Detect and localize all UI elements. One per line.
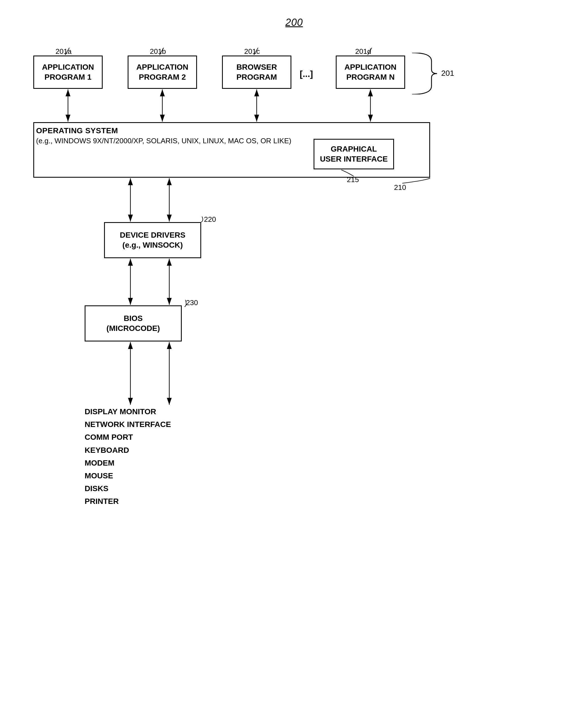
app-box-2-text: APPLICATIONPROGRAM 2: [136, 62, 189, 82]
bios-box: BIOS(MICROCODE): [85, 305, 182, 341]
peripheral-mouse: MOUSE: [85, 469, 171, 482]
bios-text: BIOS(MICROCODE): [106, 313, 160, 334]
peripheral-keyboard: KEYBOARD: [85, 444, 171, 457]
label-215: 215: [347, 176, 359, 184]
os-text-line2: (e.g., WINDOWS 9X/NT/2000/XP, SOLARIS, U…: [36, 137, 291, 145]
app-box-1: APPLICATIONPROGRAM 1: [33, 55, 103, 89]
group-201-label: 201: [441, 69, 454, 78]
app-box-4: APPLICATIONPROGRAM N: [336, 55, 405, 89]
peripheral-comm: COMM PORT: [85, 431, 171, 444]
device-drivers-text: DEVICE DRIVERS(e.g., WINSOCK): [120, 230, 186, 250]
app-box-4-text: APPLICATIONPROGRAM N: [344, 62, 396, 82]
label-201b: 201b: [150, 47, 166, 56]
group-brace: [409, 53, 443, 94]
peripheral-disks: DISKS: [85, 482, 171, 495]
arrows-svg: [22, 17, 566, 689]
app-box-3: BROWSERPROGRAM: [222, 55, 291, 89]
gui-box-text: GRAPHICALUSER INTERFACE: [320, 144, 388, 164]
peripherals-list: DISPLAY MONITOR NETWORK INTERFACE COMM P…: [85, 405, 171, 508]
app-box-2: APPLICATIONPROGRAM 2: [128, 55, 197, 89]
gui-box: GRAPHICALUSER INTERFACE: [314, 139, 394, 169]
app-box-3-text: BROWSERPROGRAM: [236, 62, 277, 82]
app-box-1-text: APPLICATIONPROGRAM 1: [42, 62, 94, 82]
peripheral-modem: MODEM: [85, 457, 171, 469]
peripheral-display: DISPLAY MONITOR: [85, 405, 171, 418]
label-210: 210: [394, 183, 406, 192]
label-230: 230: [186, 298, 198, 307]
device-drivers-box: DEVICE DRIVERS(e.g., WINSOCK): [104, 222, 201, 258]
peripheral-network: NETWORK INTERFACE: [85, 418, 171, 431]
peripheral-printer: PRINTER: [85, 495, 171, 508]
label-201c: 201c: [244, 47, 260, 56]
label-201a: 201a: [55, 47, 72, 56]
label-201d: 201d: [355, 47, 371, 56]
label-220: 220: [204, 215, 216, 224]
os-text-line1: OPERATING SYSTEM: [36, 126, 118, 135]
figure-number: 200: [285, 17, 303, 28]
diagram-container: 200 201a 201b 201c 201d APPLICATIONPROGR…: [22, 17, 566, 689]
ellipsis: [...]: [300, 69, 313, 79]
